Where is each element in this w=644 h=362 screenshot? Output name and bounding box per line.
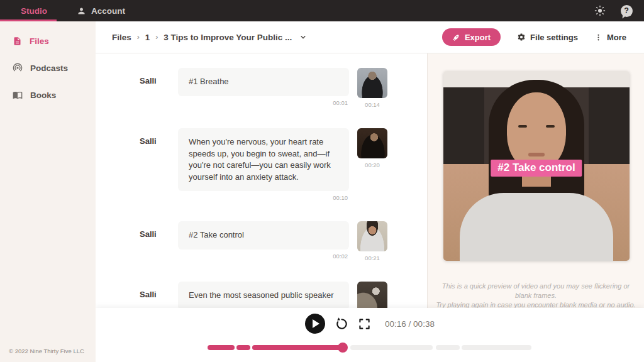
podcast-icon — [13, 63, 23, 73]
studio-label: Studio — [21, 6, 47, 16]
breadcrumb: Files › 1 › 3 Tips to Improve Your Publi… — [96, 33, 308, 42]
fullscreen-button[interactable] — [358, 318, 370, 330]
transcript-list: Salli #1 Breathe 00:01 00:14 Salli When … — [96, 53, 427, 308]
fullscreen-icon — [358, 318, 370, 330]
sidebar-item-label: Books — [30, 90, 56, 100]
preview-panel: #2 Take control This is a quick preview … — [427, 53, 644, 308]
rocket-icon — [450, 31, 462, 43]
player-controls: 00:16 / 00:38 — [96, 314, 644, 334]
gear-icon — [517, 33, 526, 41]
video-thumbnail[interactable] — [357, 221, 387, 251]
progress-segment-remaining[interactable] — [436, 345, 460, 350]
preview-person-shirt — [460, 193, 613, 261]
file-icon — [13, 36, 22, 46]
restart-icon — [335, 317, 349, 331]
topbar: Studio Account ? — [0, 0, 644, 21]
thumbnail-timestamp: 00:21 — [357, 255, 387, 261]
tab-studio[interactable]: Studio — [0, 0, 57, 21]
speaker-name[interactable]: Salli — [140, 68, 178, 108]
export-button[interactable]: Export — [442, 28, 501, 46]
thumbnail-timestamp: 00:20 — [357, 162, 387, 168]
sidebar-item-label: Podcasts — [30, 63, 68, 73]
restart-button[interactable] — [335, 317, 349, 331]
tab-account[interactable]: Account — [65, 0, 136, 21]
file-settings-button[interactable]: File settings — [517, 33, 578, 42]
book-icon — [13, 90, 23, 100]
preview-person-eye — [546, 125, 555, 128]
transcript-text-block[interactable]: #2 Take control — [178, 221, 349, 250]
progress-segment-remaining[interactable] — [350, 345, 433, 350]
copyright-text: © 2022 Nine Thirty Five LLC — [9, 348, 84, 354]
breadcrumb-files[interactable]: Files — [112, 33, 131, 42]
progress-segment-played[interactable] — [236, 345, 250, 350]
sidebar-item-podcasts[interactable]: Podcasts — [0, 60, 96, 75]
app-window: Studio Account ? Files Podcasts Books — [0, 0, 644, 362]
transcript-row: Salli Even the most seasoned public spea… — [140, 282, 427, 308]
breadcrumb-current-file[interactable]: 3 Tips to Improve Your Public ... — [164, 33, 292, 42]
vertical-dots-icon — [594, 33, 602, 41]
sidebar-item-books[interactable]: Books — [0, 87, 96, 102]
account-label: Account — [91, 6, 125, 16]
transcript-text-block[interactable]: When you're nervous, your heart rate spe… — [178, 128, 349, 191]
transcript-row: Salli #2 Take control 00:02 00:21 — [140, 221, 427, 261]
sidebar-item-label: Files — [30, 36, 49, 46]
export-label: Export — [465, 33, 491, 42]
breadcrumb-separator-icon: › — [155, 33, 158, 41]
play-icon — [313, 319, 319, 328]
disclaimer-line-1: This is a quick preview of video and you… — [434, 282, 638, 300]
header-actions: Export File settings More — [442, 28, 644, 46]
thumbnail-timestamp: 00:14 — [357, 101, 387, 108]
progress-segment-played[interactable] — [252, 345, 341, 350]
video-thumbnail[interactable] — [357, 282, 387, 308]
transcript-text-block[interactable]: Even the most seasoned public speaker — [178, 282, 349, 308]
time-display: 00:16 / 00:38 — [385, 319, 435, 329]
progress-segment-played[interactable] — [208, 345, 235, 350]
preview-person-eye — [518, 125, 527, 128]
breadcrumb-separator-icon: › — [137, 33, 140, 41]
transcript-row: Salli #1 Breathe 00:01 00:14 — [140, 68, 427, 108]
preview-disclaimer: This is a quick preview of video and you… — [434, 282, 638, 310]
progress-track[interactable] — [208, 345, 531, 350]
breadcrumb-folder[interactable]: 1 — [145, 33, 150, 42]
video-thumbnail[interactable] — [357, 128, 387, 158]
block-duration: 00:10 — [178, 194, 349, 201]
speaker-name[interactable]: Salli — [140, 128, 178, 201]
header-bar: Files › 1 › 3 Tips to Improve Your Publi… — [96, 21, 644, 53]
topbar-right: ? — [594, 0, 644, 21]
video-thumbnail[interactable] — [357, 68, 387, 98]
preview-person-face — [507, 92, 566, 170]
block-duration: 00:01 — [178, 99, 349, 106]
preview-person-mouth — [528, 153, 545, 156]
video-preview[interactable]: #2 Take control — [443, 71, 630, 261]
progress-segment-remaining[interactable] — [462, 345, 531, 350]
preview-caption: #2 Take control — [491, 160, 582, 177]
progress-handle[interactable] — [338, 343, 348, 353]
speaker-name[interactable]: Salli — [140, 282, 178, 308]
player-bar: 00:16 / 00:38 — [96, 308, 644, 362]
more-button[interactable]: More — [594, 33, 626, 42]
theme-toggle-sun-icon[interactable] — [594, 4, 606, 17]
help-icon[interactable]: ? — [620, 4, 633, 17]
more-label: More — [607, 33, 626, 42]
help-glyph: ? — [624, 6, 629, 15]
transcript-text-block[interactable]: #1 Breathe — [178, 68, 349, 96]
speaker-name[interactable]: Salli — [140, 221, 178, 261]
sidebar-item-files[interactable]: Files — [0, 33, 96, 48]
breadcrumb-chevron-down-icon[interactable] — [299, 33, 308, 41]
block-duration: 00:02 — [178, 253, 349, 260]
file-settings-label: File settings — [530, 33, 578, 42]
sidebar: Files Podcasts Books © 2022 Nine Thirty … — [0, 21, 96, 362]
play-button[interactable] — [305, 314, 325, 334]
transcript-row: Salli When you're nervous, your heart ra… — [140, 128, 427, 201]
progress-bar[interactable] — [208, 343, 531, 353]
account-person-icon — [77, 6, 86, 16]
